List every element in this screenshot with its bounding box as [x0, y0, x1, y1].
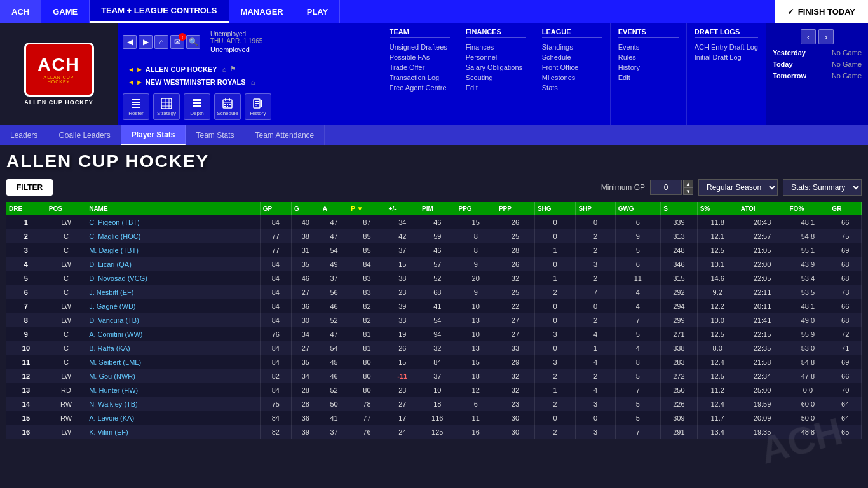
header-s[interactable]: S	[661, 202, 698, 215]
tab-leaders[interactable]: Leaders	[0, 125, 48, 145]
events-history[interactable]: History	[618, 62, 679, 72]
tab-goalie-leaders[interactable]: Goalie Leaders	[48, 125, 121, 145]
header-pos[interactable]: POS	[46, 202, 86, 215]
stats-select[interactable]: Stats: Summary Stats: Offense Stats: Def…	[783, 179, 862, 196]
cell-name[interactable]: K. Vilim (EF)	[86, 425, 260, 439]
history-button[interactable]: History	[245, 93, 271, 120]
rp-next-button[interactable]: ›	[818, 29, 834, 44]
schedule-label: Schedule	[217, 111, 238, 116]
cell-name[interactable]: A. Lavoie (KA)	[86, 411, 260, 425]
nav-back-button[interactable]: ◀	[123, 35, 137, 49]
breadcrumb-team-text[interactable]: NEW WESTMINSTER ROYALS	[146, 78, 246, 86]
roster-icon	[130, 98, 142, 109]
nav-game[interactable]: GAME	[41, 0, 90, 23]
league-front-office[interactable]: Front Office	[542, 62, 602, 72]
header-gp[interactable]: GP	[260, 202, 291, 215]
cell-gwg: 7	[615, 383, 661, 397]
cell-name[interactable]: M. Hunter (HW)	[86, 383, 260, 397]
schedule-button[interactable]: Schedule	[214, 93, 241, 120]
nav-forward-button[interactable]: ▶	[139, 35, 153, 49]
team-unsigned-draftees[interactable]: Unsigned Draftees	[390, 42, 450, 52]
events-events[interactable]: Events	[618, 42, 679, 52]
roster-button[interactable]: Roster	[123, 93, 149, 120]
header-shg[interactable]: SHG	[534, 202, 576, 215]
finance-finances[interactable]: Finances	[466, 42, 526, 52]
finance-personnel[interactable]: Personnel	[466, 52, 526, 62]
rp-prev-button[interactable]: ‹	[801, 29, 816, 44]
cell-name[interactable]: C. Pigeon (TBT)	[86, 215, 260, 229]
filter-button[interactable]: FILTER	[6, 179, 53, 196]
cell-name[interactable]: D. Novosad (VCG)	[86, 271, 260, 285]
team-free-agent-centre[interactable]: Free Agent Centre	[390, 83, 450, 93]
cell-name[interactable]: N. Walkley (TB)	[86, 397, 260, 411]
nav-mail-button[interactable]: ✉ !	[170, 35, 184, 49]
nav-manager[interactable]: MANAGER	[229, 0, 295, 23]
finance-scouting[interactable]: Scouting	[466, 72, 526, 83]
min-gp-decrement[interactable]: ▼	[683, 187, 693, 195]
cell-s: 339	[661, 215, 698, 229]
league-milestones[interactable]: Milestones	[542, 72, 602, 83]
team-possible-fas[interactable]: Possible FAs	[390, 52, 450, 62]
cell-dre: 2	[6, 229, 46, 243]
header-gwg[interactable]: GWG	[615, 202, 661, 215]
cell-shp: 2	[576, 313, 615, 327]
secondary-navigation: ACH ALLAN CUPHOCKEY ALLEN CUP HOCKEY ◀ ▶…	[0, 23, 868, 125]
header-p[interactable]: P ▼	[348, 202, 386, 215]
team-transaction-log[interactable]: Transaction Log	[390, 72, 450, 83]
header-atoi[interactable]: ATOI	[738, 202, 787, 215]
svg-rect-19	[224, 106, 226, 107]
header-spct[interactable]: S%	[697, 202, 738, 215]
nav-team-league[interactable]: TEAM + LEAGUE CONTROLS	[90, 0, 229, 23]
league-schedule[interactable]: Schedule	[542, 52, 602, 62]
min-gp-input[interactable]	[650, 180, 682, 195]
cell-name[interactable]: M. Daigle (TBT)	[86, 243, 260, 257]
league-standings[interactable]: Standings	[542, 42, 602, 52]
cell-name[interactable]: M. Gou (NWR)	[86, 369, 260, 383]
cell-name[interactable]: J. Nesbitt (EF)	[86, 285, 260, 299]
league-stats[interactable]: Stats	[542, 83, 602, 93]
cell-name[interactable]: M. Seibert (LML)	[86, 355, 260, 369]
cell-name[interactable]: C. Maglio (HOC)	[86, 229, 260, 243]
header-name[interactable]: NAME	[86, 202, 260, 215]
header-ppp[interactable]: PPP	[496, 202, 534, 215]
depth-button[interactable]: Depth	[184, 93, 210, 120]
min-gp-increment[interactable]: ▲	[683, 180, 693, 187]
nav-search-button[interactable]: 🔍	[186, 35, 200, 49]
header-pim[interactable]: PIM	[419, 202, 456, 215]
cell-name[interactable]: A. Comitini (WW)	[86, 327, 260, 341]
nav-home-button[interactable]: ⌂	[154, 35, 168, 49]
header-gr[interactable]: GR	[829, 202, 862, 215]
cell-name[interactable]: B. Raffa (KA)	[86, 341, 260, 355]
cell-atoi: 21:41	[738, 313, 787, 327]
header-a[interactable]: A	[320, 202, 348, 215]
cell-name[interactable]: J. Gagné (WD)	[86, 299, 260, 313]
tab-player-stats[interactable]: Player Stats	[121, 125, 186, 145]
breadcrumb-ach-text[interactable]: ALLEN CUP HOCKEY	[146, 65, 217, 73]
team-trade-offer[interactable]: Trade Offer	[390, 62, 450, 72]
season-select[interactable]: Regular Season Playoffs	[698, 179, 778, 196]
events-rules[interactable]: Rules	[618, 52, 679, 62]
draft-initial-log[interactable]: Initial Draft Log	[695, 52, 758, 62]
header-plusminus[interactable]: +/-	[386, 202, 419, 215]
header-dre[interactable]: DRE	[6, 202, 46, 215]
nav-play[interactable]: PLAY	[295, 0, 340, 23]
tab-team-stats[interactable]: Team Stats	[186, 125, 245, 145]
header-g[interactable]: G	[291, 202, 320, 215]
depth-icon	[191, 98, 203, 109]
tab-team-attendance[interactable]: Team Attendance	[245, 125, 325, 145]
cell-name[interactable]: D. Licari (QA)	[86, 257, 260, 271]
draft-ach-entry[interactable]: ACH Entry Draft Log	[695, 42, 758, 52]
finish-today-button[interactable]: ✓ FINISH TODAY	[775, 0, 868, 23]
strategy-button[interactable]: Strategy	[153, 93, 180, 120]
cell-spct: 12.4	[697, 397, 738, 411]
finance-edit[interactable]: Edit	[466, 83, 526, 93]
cell-name[interactable]: D. Vancura (TB)	[86, 313, 260, 327]
cell-pos: RD	[46, 383, 86, 397]
cell-plusminus: 34	[386, 215, 419, 229]
finance-salary-obligations[interactable]: Salary Obligations	[466, 62, 526, 72]
events-edit[interactable]: Edit	[618, 72, 679, 83]
nav-ach[interactable]: ACH	[0, 0, 41, 23]
header-fopct[interactable]: FO%	[787, 202, 829, 215]
header-shp[interactable]: SHP	[576, 202, 615, 215]
header-ppg[interactable]: PPG	[456, 202, 496, 215]
